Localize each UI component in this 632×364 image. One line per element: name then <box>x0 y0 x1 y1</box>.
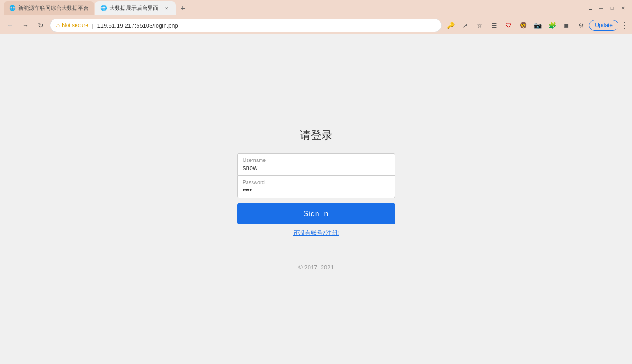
settings-icon[interactable]: ⚙ <box>575 19 587 32</box>
brave-icon[interactable]: 🦁 <box>517 19 529 32</box>
window-controls: 🗕 ─ □ ✕ <box>587 5 628 12</box>
not-secure-label: Not secure <box>62 22 88 28</box>
separator-pipe: | <box>92 22 93 29</box>
login-title: 请登录 <box>300 128 333 142</box>
tab-list: 🌐 新能源车联网综合大数据平台 ✕ 🌐 大数据展示后台界面 ✕ + <box>4 1 189 15</box>
new-tab-button[interactable]: + <box>176 2 189 15</box>
page-content: 请登录 Username Password Sign in 还没有账号?注册! … <box>0 34 632 364</box>
back-button[interactable]: ← <box>4 19 16 32</box>
not-secure-icon: ⚠ Not secure <box>56 22 88 28</box>
chevron-down-icon[interactable]: 🗕 <box>587 5 594 12</box>
url-text[interactable]: 119.61.19.217:55103/login.php <box>97 22 436 29</box>
tab-2-close[interactable]: ✕ <box>163 5 170 12</box>
sign-in-button[interactable]: Sign in <box>237 203 395 224</box>
password-label: Password <box>243 180 390 185</box>
reload-button[interactable]: ↻ <box>34 19 47 32</box>
tab-2-title: 大数据展示后台界面 <box>109 5 158 12</box>
address-bar[interactable]: ⚠ Not secure | 119.61.19.217:55103/login… <box>50 19 442 32</box>
register-link[interactable]: 还没有账号?注册! <box>293 229 339 237</box>
username-label: Username <box>243 157 390 163</box>
browser-menu-button[interactable]: ⋮ <box>620 20 628 30</box>
tab-2-icon: 🌐 <box>100 5 107 11</box>
address-bar-tools: 🔑 ↗ ☆ ☰ 🛡 🦁 📷 🧩 ▣ ⚙ Update ⋮ <box>444 19 628 32</box>
title-bar: 🌐 新能源车联网综合大数据平台 ✕ 🌐 大数据展示后台界面 ✕ + 🗕 ─ □ … <box>0 0 632 16</box>
bookmark-icon[interactable]: ☆ <box>473 19 486 32</box>
copyright-text: © 2017–2021 <box>298 264 333 271</box>
shield-icon[interactable]: 🛡 <box>502 19 515 32</box>
minimize-button[interactable]: ─ <box>598 5 605 12</box>
username-input[interactable] <box>243 164 390 171</box>
username-field-wrapper: Username <box>237 153 395 175</box>
sidebar-icon[interactable]: ▣ <box>560 19 573 32</box>
tab-1-close[interactable]: ✕ <box>93 5 94 12</box>
maximize-button[interactable]: □ <box>608 5 616 12</box>
forward-button[interactable]: → <box>19 19 32 32</box>
warning-icon: ⚠ <box>56 22 61 28</box>
tab-1-title: 新能源车联网综合大数据平台 <box>18 5 89 12</box>
reader-icon[interactable]: ☰ <box>488 19 500 32</box>
title-bar-left: 🌐 新能源车联网综合大数据平台 ✕ 🌐 大数据展示后台界面 ✕ + <box>4 1 587 15</box>
password-field-wrapper: Password <box>237 175 395 198</box>
share-icon[interactable]: ↗ <box>459 19 471 32</box>
login-container: 请登录 Username Password Sign in 还没有账号?注册! … <box>237 128 395 271</box>
close-button[interactable]: ✕ <box>619 5 627 12</box>
password-input[interactable] <box>243 186 390 194</box>
update-button[interactable]: Update <box>589 20 618 31</box>
camera-icon[interactable]: 📷 <box>531 19 544 32</box>
password-icon[interactable]: 🔑 <box>444 19 457 32</box>
extensions-icon[interactable]: 🧩 <box>546 19 558 32</box>
tab-2[interactable]: 🌐 大数据展示后台界面 ✕ <box>95 1 176 15</box>
browser-chrome: 🌐 新能源车联网综合大数据平台 ✕ 🌐 大数据展示后台界面 ✕ + 🗕 ─ □ … <box>0 0 632 34</box>
address-bar-row: ← → ↻ ⚠ Not secure | 119.61.19.217:55103… <box>0 16 632 34</box>
tab-1[interactable]: 🌐 新能源车联网综合大数据平台 ✕ <box>4 1 94 15</box>
tab-1-icon: 🌐 <box>9 5 15 11</box>
